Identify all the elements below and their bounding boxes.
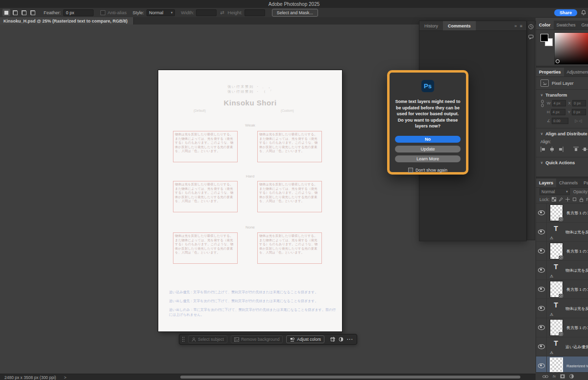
- fill-label: Fill:: [586, 197, 588, 202]
- adjustment-layer-icon[interactable]: [569, 374, 574, 379]
- layer-row[interactable]: T⚠ 物体は光を反射し: [536, 299, 588, 318]
- layer-thumbnail[interactable]: [550, 319, 563, 336]
- layer-visibility-toggle[interactable]: [536, 261, 547, 279]
- layer-thumbnail[interactable]: T⚠: [550, 339, 562, 355]
- new-selection-icon[interactable]: [2, 9, 10, 16]
- taskbar-drag-handle[interactable]: [182, 336, 185, 342]
- foreground-color-swatch[interactable]: [540, 34, 548, 42]
- tab-history[interactable]: History: [419, 21, 443, 30]
- layer-thumbnail[interactable]: T⚠: [550, 262, 562, 278]
- feather-input[interactable]: 0 px: [63, 9, 94, 16]
- intersect-selection-icon[interactable]: [29, 9, 37, 16]
- more-options-icon[interactable]: ···: [347, 337, 353, 342]
- color-picker-field[interactable]: [554, 32, 588, 65]
- collapse-panel-icon[interactable]: »: [514, 24, 517, 28]
- document-tab[interactable]: Kinsoku_H.psd @ 25% (Rasterized text to …: [0, 17, 134, 25]
- share-button[interactable]: Share: [554, 9, 577, 16]
- status-chevron-icon[interactable]: >: [64, 375, 66, 380]
- adjust-colors-button[interactable]: Adjust colors: [286, 335, 324, 343]
- layer-visibility-toggle[interactable]: [536, 203, 547, 222]
- subtract-from-selection-icon[interactable]: [20, 9, 28, 16]
- properties-panel-tabs: Properties Adjustments Libraries: [536, 68, 588, 77]
- tab-swatches[interactable]: Swatches: [554, 21, 579, 29]
- layer-row[interactable]: T⚠ 物体は光を反射し: [536, 261, 588, 280]
- lock-move-icon[interactable]: [565, 197, 570, 202]
- link-dimensions-icon[interactable]: [540, 100, 544, 107]
- layer-visibility-toggle[interactable]: [536, 280, 547, 299]
- align-middle-vertical-icon[interactable]: [582, 147, 588, 152]
- layer-row[interactable]: T⚠ 物体は光を反射し: [536, 223, 588, 242]
- style-select[interactable]: Normal ▾: [147, 9, 175, 16]
- quick-actions-section-header[interactable]: ∨ Quick Actions: [536, 157, 588, 165]
- layer-thumbnail[interactable]: T⚠: [550, 301, 562, 316]
- remove-background-label: Remove background: [241, 337, 279, 342]
- layer-row[interactable]: 長方形 1 のコピー: [536, 242, 588, 261]
- layer-visibility-toggle[interactable]: [536, 242, 547, 260]
- transform-width-input: 4 px: [552, 100, 566, 106]
- rotation-angle-input: 0.00: [552, 118, 568, 124]
- layer-effects-icon[interactable]: fx: [553, 374, 556, 379]
- no-button[interactable]: No: [395, 136, 461, 143]
- comments-panel-icon[interactable]: [528, 34, 534, 40]
- layer-row[interactable]: 長方形 1 のコピー: [536, 280, 588, 299]
- align-section-header[interactable]: ∨ Align and Distribute: [536, 128, 588, 136]
- layer-thumbnail[interactable]: [550, 243, 563, 259]
- eye-icon: [538, 268, 545, 273]
- layer-visibility-toggle[interactable]: [536, 337, 547, 356]
- layer-thumbnail[interactable]: [550, 204, 563, 221]
- add-layer-mask-icon[interactable]: [560, 374, 565, 379]
- lock-artboard-icon[interactable]: [572, 197, 577, 202]
- layer-row[interactable]: 長方形 1 のコピー: [536, 203, 588, 223]
- align-top-icon[interactable]: [573, 147, 579, 152]
- tab-channels[interactable]: Channels: [556, 178, 581, 187]
- tab-comments[interactable]: Comments: [443, 21, 476, 30]
- add-to-selection-icon[interactable]: [11, 9, 19, 16]
- align-right-icon[interactable]: [558, 147, 564, 152]
- layers-panel-body: Normal ▾ Opacity: Lock: Fill: 長方形 1 のコピー: [536, 188, 588, 376]
- transform-section-header[interactable]: ∨ Transform: [536, 90, 588, 98]
- update-button[interactable]: Update: [395, 146, 461, 152]
- align-center-horizontal-icon[interactable]: [549, 147, 555, 152]
- layer-visibility-toggle[interactable]: [536, 299, 547, 318]
- canvas-page[interactable]: 強い行末禁則 ・ 、 。 強い行頭禁則 ・ （ 「 Kinsoku Shori …: [158, 70, 343, 332]
- layer-visibility-toggle[interactable]: [536, 318, 547, 337]
- transform-icon[interactable]: [329, 337, 336, 342]
- layer-name: 長方形 1 のコピー: [566, 210, 588, 216]
- align-left-icon[interactable]: [540, 147, 546, 152]
- lock-paint-icon[interactable]: [559, 197, 563, 202]
- layer-visibility-toggle[interactable]: [536, 223, 547, 241]
- color-cursor[interactable]: [556, 59, 560, 63]
- notifications-bell-icon[interactable]: [581, 10, 586, 15]
- comments-panel-header: History Comments » ≡: [419, 21, 526, 31]
- page-title: Kinsoku Shori: [158, 99, 342, 107]
- foreground-background-swatches[interactable]: [540, 34, 553, 47]
- layer-thumbnail[interactable]: [550, 357, 563, 374]
- tab-color[interactable]: Color: [536, 21, 554, 29]
- history-panel-icon[interactable]: [528, 24, 534, 29]
- layer-row[interactable]: 長方形 1 のコピー: [536, 318, 588, 337]
- tab-properties[interactable]: Properties: [536, 68, 564, 76]
- panel-menu-icon[interactable]: ≡: [520, 24, 522, 28]
- tab-paths[interactable]: Paths: [581, 178, 588, 187]
- layers-panel-footer: fx: [536, 372, 588, 380]
- lock-transparency-icon[interactable]: [552, 197, 556, 202]
- tab-layers[interactable]: Layers: [536, 178, 556, 187]
- layer-type-label: Pixel Layer: [552, 81, 574, 86]
- tab-gradients[interactable]: Gradients: [579, 21, 588, 29]
- blend-mode-select[interactable]: Normal ▾: [539, 188, 570, 195]
- height-field-label: H: [547, 110, 550, 114]
- dont-show-again-checkbox[interactable]: [408, 168, 413, 173]
- adjustment-half-circle-icon[interactable]: [338, 337, 344, 342]
- layer-thumbnail[interactable]: [550, 281, 563, 298]
- section-heading-none: None: [158, 225, 342, 229]
- layer-thumbnail[interactable]: T⚠: [550, 224, 562, 240]
- lock-all-icon[interactable]: [579, 197, 584, 202]
- link-layers-icon[interactable]: [542, 375, 548, 379]
- feather-label: Feather:: [44, 10, 61, 15]
- tab-adjustments[interactable]: Adjustments: [564, 68, 588, 76]
- learn-more-button[interactable]: Learn More: [395, 155, 461, 162]
- layer-row[interactable]: T⚠ 追い込み優先：: [536, 337, 588, 356]
- horizontal-scrollbar[interactable]: [180, 376, 520, 379]
- left-column-label: (Default): [194, 109, 206, 112]
- select-and-mask-button[interactable]: Select and Mask...: [272, 9, 318, 17]
